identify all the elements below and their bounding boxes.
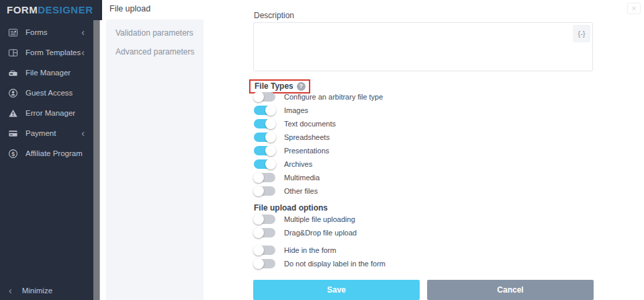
- toggle-switch-configure-an-arbitrary-file-type[interactable]: [254, 92, 275, 102]
- toggle-row-do-not-display-label-in-the-form: Do not display label in the form: [254, 259, 385, 268]
- sidebar-item-label: Forms: [26, 28, 48, 36]
- sidebar-item-label: File Manager: [26, 69, 71, 77]
- save-button[interactable]: Save: [253, 280, 420, 300]
- panel-nav-item-advanced-parameters[interactable]: Advanced parameters: [106, 42, 203, 61]
- toggle-switch-images[interactable]: [254, 106, 275, 115]
- toggle-knob: [253, 214, 264, 225]
- sidebar-item-affiliate-program[interactable]: $Affiliate Program: [0, 143, 93, 163]
- settings-panel: File upload Validation parametersAdvance…: [102, 0, 205, 300]
- toggle-switch-hide-in-the-form[interactable]: [254, 246, 275, 255]
- toggle-switch-archives[interactable]: [254, 159, 275, 169]
- logo-part-form: FORM: [7, 4, 38, 15]
- dollar-icon: $: [8, 149, 18, 159]
- toggle-switch-drag-drop-file-upload[interactable]: [254, 228, 275, 237]
- sidebar-item-label: Affiliate Program: [26, 149, 83, 157]
- sidebar-item-label: Form Templates: [26, 48, 81, 57]
- sidebar-item-error-manager[interactable]: Error Manager: [0, 103, 93, 123]
- toggle-label: Configure an arbitrary file type: [284, 93, 383, 101]
- sidebar: FORMDESIGNER Forms‹Form Templates‹File M…: [0, 0, 93, 300]
- toggle-row-archives: Archives: [254, 159, 383, 169]
- action-buttons: Save Cancel: [253, 280, 594, 300]
- sidebar-scrollbar[interactable]: [93, 20, 100, 300]
- payment-icon: [8, 128, 18, 139]
- toggle-row-other-files: Other files: [254, 186, 383, 196]
- toggle-switch-multimedia[interactable]: [254, 173, 275, 182]
- toggle-switch-spreadsheets[interactable]: [254, 133, 275, 142]
- warning-icon: [8, 108, 18, 118]
- chevron-left-icon: ‹: [9, 285, 12, 296]
- toggle-label: Spreadsheets: [284, 133, 330, 141]
- toggle-row-multiple-file-uploading: Multiple file uploading: [254, 215, 357, 224]
- forms-icon: [8, 28, 18, 38]
- sidebar-header-extension: [93, 0, 102, 20]
- form-content: Description {-} File Types ? Configure a…: [253, 0, 594, 300]
- description-textarea[interactable]: [253, 22, 593, 71]
- sidebar-item-payment[interactable]: Payment‹: [0, 123, 93, 143]
- toggle-knob: [265, 105, 276, 116]
- description-label: Description: [254, 11, 294, 20]
- main-area: × Description {-} File Types ? Configure…: [205, 0, 644, 300]
- chevron-left-icon: ‹: [81, 128, 85, 138]
- file-manager-icon: [8, 68, 18, 78]
- toggle-knob: [253, 186, 264, 196]
- sidebar-item-guest-access[interactable]: Guest Access: [0, 83, 93, 103]
- toggle-knob: [253, 258, 264, 269]
- toggle-label: Multiple file uploading: [284, 215, 355, 223]
- toggle-label: Multimedia: [284, 174, 320, 182]
- toggle-row-drag-drop-file-upload: Drag&Drop file upload: [254, 228, 357, 237]
- form-templates-icon: [8, 48, 18, 58]
- chevron-left-icon: ‹: [81, 28, 85, 37]
- upload-options-toggle-list: Multiple file uploadingDrag&Drop file up…: [254, 215, 357, 241]
- upload-options-label: File upload options: [254, 203, 328, 213]
- file-types-toggle-list: Configure an arbitrary file typeImagesTe…: [254, 92, 383, 200]
- close-icon[interactable]: ×: [627, 3, 641, 14]
- toggle-switch-presentations[interactable]: [254, 146, 275, 155]
- toggle-knob: [253, 245, 264, 256]
- toggle-knob: [253, 227, 264, 238]
- panel-nav: Validation parametersAdvanced parameters: [106, 20, 203, 300]
- toggle-knob: [253, 172, 264, 183]
- toggle-label: Archives: [284, 160, 312, 168]
- sidebar-item-forms[interactable]: Forms‹: [0, 22, 93, 42]
- toggle-knob: [265, 118, 276, 129]
- minimize-label: Minimize: [22, 287, 52, 295]
- logo-part-designer: DESIGNER: [38, 4, 93, 15]
- toggle-row-presentations: Presentations: [254, 146, 383, 155]
- insert-variable-button[interactable]: {-}: [573, 25, 590, 42]
- toggle-label: Text documents: [284, 120, 336, 128]
- cancel-button[interactable]: Cancel: [427, 280, 594, 300]
- toggle-row-text-documents: Text documents: [254, 119, 383, 128]
- sidebar-item-label: Error Manager: [26, 109, 75, 117]
- toggle-label: Other files: [284, 187, 318, 195]
- sidebar-nav: Forms‹Form Templates‹File ManagerGuest A…: [0, 22, 93, 163]
- sidebar-item-file-manager[interactable]: File Manager: [0, 63, 93, 83]
- sidebar-item-form-templates[interactable]: Form Templates‹: [0, 42, 93, 63]
- panel-nav-item-validation-parameters[interactable]: Validation parameters: [106, 24, 203, 42]
- toggle-label: Images: [284, 106, 308, 114]
- toggle-switch-other-files[interactable]: [254, 186, 275, 196]
- svg-text:$: $: [11, 150, 15, 157]
- sidebar-item-label: Guest Access: [26, 89, 73, 97]
- app-logo: FORMDESIGNER: [0, 0, 93, 15]
- toggle-row-multimedia: Multimedia: [254, 173, 383, 182]
- guest-access-icon: [8, 88, 18, 98]
- sidebar-minimize-button[interactable]: ‹ Minimize: [9, 285, 52, 296]
- toggle-label: Drag&Drop file upload: [284, 229, 357, 237]
- toggle-row-configure-an-arbitrary-file-type: Configure an arbitrary file type: [254, 92, 383, 102]
- toggle-label: Presentations: [284, 147, 329, 155]
- toggle-label: Do not display label in the form: [284, 260, 385, 268]
- misc-options-toggle-list: Hide in the formDo not display label in …: [254, 246, 385, 272]
- toggle-row-images: Images: [254, 106, 383, 115]
- toggle-row-hide-in-the-form: Hide in the form: [254, 246, 385, 255]
- toggle-switch-text-documents[interactable]: [254, 119, 275, 128]
- toggle-knob: [265, 159, 276, 170]
- toggle-switch-multiple-file-uploading[interactable]: [254, 215, 275, 224]
- sidebar-item-label: Payment: [26, 129, 56, 137]
- help-icon[interactable]: ?: [297, 82, 306, 91]
- toggle-switch-do-not-display-label-in-the-form[interactable]: [254, 259, 275, 268]
- panel-title: File upload: [109, 4, 150, 13]
- toggle-label: Hide in the form: [284, 246, 336, 254]
- toggle-knob: [253, 91, 264, 102]
- toggle-knob: [265, 132, 276, 143]
- chevron-left-icon: ‹: [81, 48, 85, 57]
